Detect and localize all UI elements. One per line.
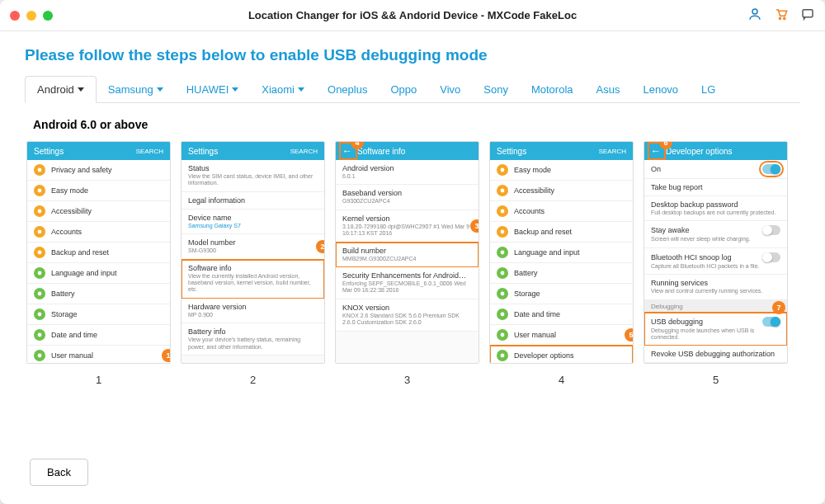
step-5: ←Developer options6OnTake bug reportDesk… [644, 141, 788, 386]
tab-oppo[interactable]: Oppo [379, 76, 428, 102]
screenshot-title: Settings [188, 147, 218, 156]
row-label: Android version [342, 164, 472, 172]
tab-xiaomi[interactable]: Xiaomi [250, 76, 316, 102]
svg-point-7 [38, 230, 42, 234]
list-item: Accessibility [27, 201, 170, 222]
row-subtext: MP 0.900 [188, 312, 213, 318]
row-icon [497, 350, 508, 361]
row-label: User manual [51, 351, 163, 360]
row-label: Hardware version [188, 303, 318, 311]
chevron-down-icon [232, 87, 238, 92]
row-label: Bluetooth HCI snoop log [651, 253, 757, 261]
tab-lenovo[interactable]: Lenovo [631, 76, 690, 102]
tab-samsung[interactable]: Samsung [97, 76, 175, 102]
row-label: Language and input [51, 269, 163, 277]
list-item: Accessibility [490, 181, 633, 201]
row-label: Developer options [514, 351, 626, 360]
row-label: Accounts [514, 207, 626, 215]
svg-point-20 [501, 271, 505, 276]
svg-point-8 [38, 251, 42, 255]
row-label: Accounts [51, 228, 163, 236]
row-subtext: Enforcing SEPF_SECMOBILE_6.0.1_0006 Wed … [342, 280, 472, 294]
step-number: 4 [559, 374, 564, 386]
back-button[interactable]: Back [30, 459, 88, 486]
list-item: Baseband versionG9300ZCU2APC4 [336, 185, 478, 210]
list-item: Hardware versionMP 0.900 [182, 299, 324, 323]
list-item: Desktop backup passwordFull desktop back… [644, 196, 787, 221]
row-label: Accessibility [51, 207, 163, 215]
chevron-down-icon [78, 87, 84, 92]
tab-android[interactable]: Android [25, 76, 97, 103]
tab-vivo[interactable]: Vivo [428, 76, 472, 102]
tab-asus[interactable]: Asus [585, 76, 632, 102]
tab-oneplus[interactable]: Oneplus [316, 76, 379, 102]
section-label: Debugging [644, 300, 787, 313]
list-item: Backup and reset [27, 243, 170, 263]
row-label: Take bug report [651, 183, 780, 191]
row-icon [34, 350, 45, 361]
list-item: Developer options [490, 346, 633, 364]
list-item: Easy mode [27, 181, 170, 201]
row-subtext: 3.18.20-7299180 dpi@SWHC2907 #1 Wed Mar … [342, 224, 472, 238]
step-badge: 5 [625, 328, 633, 341]
row-label: User manual [514, 331, 626, 339]
tab-huawei[interactable]: HUAWEI [175, 76, 251, 102]
row-icon [34, 185, 45, 196]
content: Please follow the steps below to enable … [0, 31, 825, 504]
screenshot: SettingsSEARCHPrivacy and safetyEasy mod… [26, 141, 171, 364]
row-label: Legal information [188, 196, 318, 205]
row-icon [34, 164, 45, 176]
list-item: USB debuggingDebugging mode launches whe… [644, 313, 787, 346]
svg-point-22 [501, 313, 505, 317]
row-icon [497, 288, 508, 299]
svg-point-6 [38, 210, 42, 214]
svg-point-24 [501, 354, 505, 358]
list-item: Date and time [490, 304, 633, 325]
row-icon [497, 226, 508, 238]
list-item: Accounts [490, 201, 633, 222]
tab-motorola[interactable]: Motorola [520, 76, 585, 102]
screenshot: SettingsSEARCHStatusView the SIM card st… [181, 141, 325, 364]
steps-row: SettingsSEARCHPrivacy and safetyEasy mod… [25, 141, 800, 386]
step-badge: 1 [162, 349, 170, 362]
row-subtext: KNOX 2.6 Standard SDK 5.6.0 Premium SDK … [342, 313, 472, 327]
app-window: Location Changer for iOS && Andorid Devi… [0, 0, 825, 504]
step-3: ←Software info4Tap 7 timesAndroid versio… [335, 141, 479, 386]
row-label: Backup and reset [51, 248, 163, 257]
svg-point-11 [38, 313, 42, 317]
step-number: 3 [404, 374, 410, 386]
svg-point-17 [501, 210, 505, 214]
tab-sony[interactable]: Sony [472, 76, 520, 102]
row-subtext: Samsung Galaxy S7 [188, 223, 241, 229]
tab-lg[interactable]: LG [690, 76, 727, 102]
row-icon [497, 164, 508, 176]
list-item: Storage [27, 304, 170, 325]
row-label: Security Enhancements for Android… [342, 271, 472, 280]
search-label: SEARCH [290, 148, 318, 155]
row-label: Easy mode [51, 186, 163, 195]
svg-point-12 [38, 333, 42, 337]
screenshot-body: StatusView the SIM card status, device I… [182, 160, 324, 364]
svg-point-9 [38, 271, 42, 276]
row-icon [497, 185, 508, 196]
screenshot-header: SettingsSEARCH [490, 142, 633, 160]
row-label: Privacy and safety [51, 166, 163, 174]
svg-point-5 [38, 189, 42, 193]
list-item: On [644, 160, 787, 179]
row-icon [497, 247, 508, 258]
list-item: Storage [490, 284, 633, 304]
list-item: Battery infoView your device's battery s… [182, 323, 324, 356]
step-number: 5 [713, 374, 719, 386]
svg-point-10 [38, 292, 42, 296]
list-item: Device nameSamsung Galaxy S7 [182, 210, 324, 234]
list-item: Bluetooth HCI snoop logCapture all Bluet… [644, 248, 787, 275]
list-item: Backup and reset [490, 222, 633, 243]
list-item: Android version6.0.1 [336, 160, 478, 185]
titlebar: Location Changer for iOS && Andorid Devi… [0, 0, 825, 31]
step-number: 1 [96, 374, 101, 386]
row-icon [497, 267, 508, 279]
screenshot-title: Software info [357, 147, 405, 156]
list-item: Language and input [490, 243, 633, 263]
row-label: Battery [514, 269, 626, 277]
screenshot-body: Easy modeAccessibilityAccountsBackup and… [490, 160, 633, 364]
